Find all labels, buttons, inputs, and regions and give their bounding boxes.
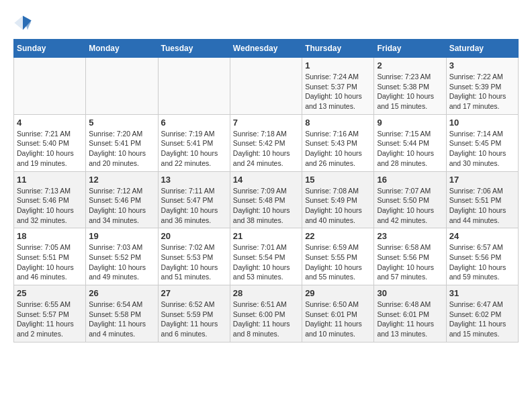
calendar-cell: 29Sunrise: 6:50 AM Sunset: 6:01 PM Dayli… [302,285,374,342]
day-number: 9 [377,118,443,128]
day-info: Sunrise: 7:16 AM Sunset: 5:43 PM Dayligh… [305,129,371,169]
day-number: 4 [17,118,83,128]
calendar-cell: 23Sunrise: 6:58 AM Sunset: 5:56 PM Dayli… [374,228,446,285]
day-number: 18 [17,231,83,241]
day-info: Sunrise: 7:15 AM Sunset: 5:44 PM Dayligh… [377,129,443,169]
calendar-cell: 14Sunrise: 7:09 AM Sunset: 5:48 PM Dayli… [230,171,302,228]
day-number: 17 [449,175,515,185]
calendar-cell: 30Sunrise: 6:48 AM Sunset: 6:01 PM Dayli… [374,285,446,342]
calendar-cell: 27Sunrise: 6:52 AM Sunset: 5:59 PM Dayli… [158,285,230,342]
day-number: 24 [449,231,515,241]
page-header [13,13,519,32]
day-number: 21 [233,231,299,241]
day-number: 1 [305,60,371,71]
calendar-cell: 18Sunrise: 7:05 AM Sunset: 5:51 PM Dayli… [14,228,86,285]
day-info: Sunrise: 7:12 AM Sunset: 5:46 PM Dayligh… [89,186,154,226]
day-number: 16 [377,175,443,185]
calendar-cell: 31Sunrise: 6:47 AM Sunset: 6:02 PM Dayli… [446,285,518,342]
calendar-table: SundayMondayTuesdayWednesdayThursdayFrid… [13,39,519,342]
calendar-cell: 7Sunrise: 7:18 AM Sunset: 5:42 PM Daylig… [230,114,302,171]
day-info: Sunrise: 7:05 AM Sunset: 5:51 PM Dayligh… [17,242,83,282]
day-number: 12 [89,175,154,185]
day-of-week-sunday: Sunday [14,40,86,58]
calendar-header: SundayMondayTuesdayWednesdayThursdayFrid… [14,40,519,58]
day-info: Sunrise: 7:19 AM Sunset: 5:41 PM Dayligh… [161,129,227,169]
day-number: 10 [449,118,515,128]
calendar-cell: 22Sunrise: 6:59 AM Sunset: 5:55 PM Dayli… [302,228,374,285]
day-number: 30 [377,288,443,298]
day-number: 7 [233,118,299,128]
day-info: Sunrise: 7:23 AM Sunset: 5:38 PM Dayligh… [377,72,443,111]
day-number: 19 [89,231,154,241]
calendar-body: 1Sunrise: 7:24 AM Sunset: 5:37 PM Daylig… [14,58,519,342]
day-number: 14 [233,175,299,185]
day-of-week-friday: Friday [374,40,446,58]
calendar-cell: 12Sunrise: 7:12 AM Sunset: 5:46 PM Dayli… [86,171,158,228]
day-info: Sunrise: 6:55 AM Sunset: 5:57 PM Dayligh… [17,300,83,339]
calendar-cell: 15Sunrise: 7:08 AM Sunset: 5:49 PM Dayli… [302,171,374,228]
day-number: 13 [161,175,227,185]
calendar-cell: 8Sunrise: 7:16 AM Sunset: 5:43 PM Daylig… [302,114,374,171]
calendar-cell: 26Sunrise: 6:54 AM Sunset: 5:58 PM Dayli… [86,285,158,342]
day-info: Sunrise: 6:52 AM Sunset: 5:59 PM Dayligh… [161,300,227,339]
day-number: 28 [233,288,299,298]
calendar-cell: 24Sunrise: 6:57 AM Sunset: 5:56 PM Dayli… [446,228,518,285]
day-number: 22 [305,231,371,241]
calendar-week-1: 1Sunrise: 7:24 AM Sunset: 5:37 PM Daylig… [14,58,519,115]
calendar-cell: 9Sunrise: 7:15 AM Sunset: 5:44 PM Daylig… [374,114,446,171]
calendar-cell: 19Sunrise: 7:03 AM Sunset: 5:52 PM Dayli… [86,228,158,285]
calendar-week-5: 25Sunrise: 6:55 AM Sunset: 5:57 PM Dayli… [14,285,519,342]
day-info: Sunrise: 7:02 AM Sunset: 5:53 PM Dayligh… [161,242,227,282]
calendar-week-4: 18Sunrise: 7:05 AM Sunset: 5:51 PM Dayli… [14,228,519,285]
logo [13,13,35,32]
day-number: 23 [377,231,443,241]
day-info: Sunrise: 6:48 AM Sunset: 6:01 PM Dayligh… [377,300,443,339]
calendar-week-3: 11Sunrise: 7:13 AM Sunset: 5:46 PM Dayli… [14,171,519,228]
calendar-cell: 5Sunrise: 7:20 AM Sunset: 5:41 PM Daylig… [86,114,158,171]
calendar-cell [158,58,230,115]
day-number: 29 [305,288,371,298]
day-info: Sunrise: 6:58 AM Sunset: 5:56 PM Dayligh… [377,242,443,282]
day-info: Sunrise: 6:50 AM Sunset: 6:01 PM Dayligh… [305,300,371,339]
calendar-cell: 28Sunrise: 6:51 AM Sunset: 6:00 PM Dayli… [230,285,302,342]
day-info: Sunrise: 7:20 AM Sunset: 5:41 PM Dayligh… [89,129,154,169]
day-info: Sunrise: 6:51 AM Sunset: 6:00 PM Dayligh… [233,300,299,339]
day-info: Sunrise: 6:54 AM Sunset: 5:58 PM Dayligh… [89,300,154,339]
day-of-week-monday: Monday [86,40,158,58]
day-info: Sunrise: 7:01 AM Sunset: 5:54 PM Dayligh… [233,242,299,282]
day-of-week-wednesday: Wednesday [230,40,302,58]
calendar-cell: 1Sunrise: 7:24 AM Sunset: 5:37 PM Daylig… [302,58,374,115]
days-of-week-row: SundayMondayTuesdayWednesdayThursdayFrid… [14,40,519,58]
calendar-week-2: 4Sunrise: 7:21 AM Sunset: 5:40 PM Daylig… [14,114,519,171]
logo-icon [13,13,32,32]
day-number: 31 [449,288,515,298]
day-info: Sunrise: 7:13 AM Sunset: 5:46 PM Dayligh… [17,186,83,226]
day-info: Sunrise: 6:59 AM Sunset: 5:55 PM Dayligh… [305,242,371,282]
day-info: Sunrise: 6:47 AM Sunset: 6:02 PM Dayligh… [449,300,515,339]
day-info: Sunrise: 7:03 AM Sunset: 5:52 PM Dayligh… [89,242,154,282]
day-info: Sunrise: 6:57 AM Sunset: 5:56 PM Dayligh… [449,242,515,282]
calendar-cell: 11Sunrise: 7:13 AM Sunset: 5:46 PM Dayli… [14,171,86,228]
day-number: 2 [377,60,443,71]
day-info: Sunrise: 7:09 AM Sunset: 5:48 PM Dayligh… [233,186,299,226]
calendar-cell: 13Sunrise: 7:11 AM Sunset: 5:47 PM Dayli… [158,171,230,228]
calendar-cell: 6Sunrise: 7:19 AM Sunset: 5:41 PM Daylig… [158,114,230,171]
day-number: 8 [305,118,371,128]
day-info: Sunrise: 7:08 AM Sunset: 5:49 PM Dayligh… [305,186,371,226]
calendar-cell: 2Sunrise: 7:23 AM Sunset: 5:38 PM Daylig… [374,58,446,115]
calendar-cell: 4Sunrise: 7:21 AM Sunset: 5:40 PM Daylig… [14,114,86,171]
day-number: 5 [89,118,154,128]
day-number: 27 [161,288,227,298]
day-of-week-saturday: Saturday [446,40,518,58]
calendar-cell: 3Sunrise: 7:22 AM Sunset: 5:39 PM Daylig… [446,58,518,115]
day-number: 6 [161,118,227,128]
day-number: 20 [161,231,227,241]
day-of-week-thursday: Thursday [302,40,374,58]
day-number: 25 [17,288,83,298]
day-number: 11 [17,175,83,185]
calendar-cell [86,58,158,115]
calendar-cell: 10Sunrise: 7:14 AM Sunset: 5:45 PM Dayli… [446,114,518,171]
day-info: Sunrise: 7:24 AM Sunset: 5:37 PM Dayligh… [305,72,371,111]
calendar-cell: 16Sunrise: 7:07 AM Sunset: 5:50 PM Dayli… [374,171,446,228]
day-info: Sunrise: 7:07 AM Sunset: 5:50 PM Dayligh… [377,186,443,226]
